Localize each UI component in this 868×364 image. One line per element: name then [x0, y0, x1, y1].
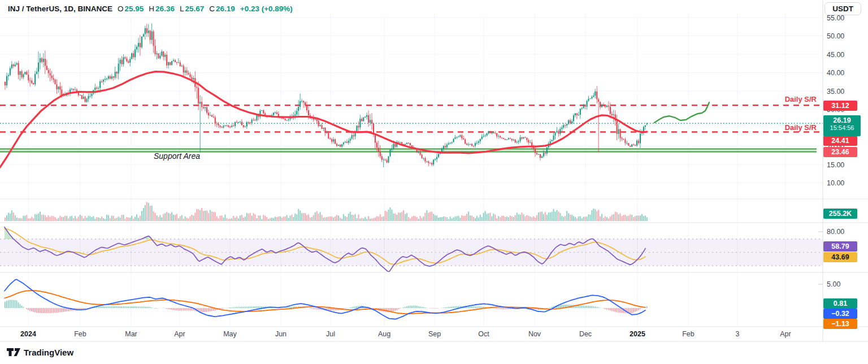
- svg-text:Oct: Oct: [478, 330, 489, 338]
- rsi-value-label: 58.79: [823, 241, 857, 252]
- price-label-sr-lower: 24.41: [823, 136, 857, 146]
- symbol-header: INJ / TetherUS, 1D, BINANCE O 25.95 H 26…: [8, 5, 293, 13]
- svg-text:Apr: Apr: [174, 330, 185, 338]
- trading-chart-window: 55.0050.0045.0040.0035.0030.0025.0020.00…: [0, 0, 868, 364]
- svg-text:2025: 2025: [630, 330, 645, 338]
- price-label-support: 23.46: [823, 147, 857, 157]
- symbol-title[interactable]: INJ / TetherUS, 1D, BINANCE: [8, 5, 112, 13]
- svg-text:10.00: 10.00: [827, 179, 844, 187]
- bar-countdown: 15:54:56: [823, 124, 861, 131]
- svg-text:80.00: 80.00: [827, 228, 844, 236]
- svg-text:Mar: Mar: [125, 330, 137, 338]
- currency-toggle-button[interactable]: USDT: [824, 2, 861, 15]
- svg-text:45.00: 45.00: [827, 51, 844, 59]
- svg-text:May: May: [223, 330, 237, 338]
- svg-text:Jun: Jun: [275, 330, 287, 338]
- svg-text:Sep: Sep: [428, 330, 441, 338]
- rsi-ma-value-label: 43.69: [823, 252, 857, 262]
- daily-sr-label-upper[interactable]: Daily S/R: [785, 95, 817, 103]
- svg-text:50.00: 50.00: [827, 32, 844, 40]
- svg-text:2024: 2024: [20, 330, 36, 338]
- ohlc-high: H 26.36: [149, 5, 175, 13]
- svg-text:Dec: Dec: [579, 330, 592, 338]
- current-price-value: 26.19: [823, 116, 861, 124]
- macd-hist-label: 0.81: [823, 298, 857, 309]
- volume-value-label: 255.2K: [823, 209, 857, 219]
- brand-name[interactable]: TradingView: [24, 348, 73, 357]
- support-area-label[interactable]: Support Area: [154, 151, 200, 161]
- price-change: +0.23 (+0.89%): [240, 5, 293, 13]
- macd-signal-label: −1.13: [823, 319, 857, 329]
- price-label-sr-upper: 31.12: [823, 101, 857, 111]
- daily-sr-label-lower[interactable]: Daily S/R: [785, 123, 817, 132]
- tradingview-logo[interactable]: [7, 348, 23, 358]
- ohlc-close: C 26.19: [209, 5, 235, 13]
- svg-text:Aug: Aug: [378, 330, 390, 338]
- macd-line-label: −0.32: [823, 309, 857, 319]
- svg-text:Jul: Jul: [326, 330, 335, 338]
- svg-text:40.00: 40.00: [827, 69, 844, 77]
- current-price-label: 26.19 15:54:56: [823, 115, 861, 136]
- svg-text:15.00: 15.00: [827, 161, 844, 169]
- svg-text:Feb: Feb: [682, 330, 695, 338]
- svg-text:Nov: Nov: [528, 330, 541, 338]
- svg-text:5.00: 5.00: [827, 280, 840, 288]
- ohlc-low: L 25.67: [180, 5, 204, 13]
- svg-text:3: 3: [736, 330, 740, 338]
- ohlc-open: O 25.95: [118, 5, 144, 13]
- svg-text:35.00: 35.00: [827, 88, 844, 96]
- svg-text:Apr: Apr: [780, 330, 791, 338]
- svg-text:Feb: Feb: [74, 330, 86, 338]
